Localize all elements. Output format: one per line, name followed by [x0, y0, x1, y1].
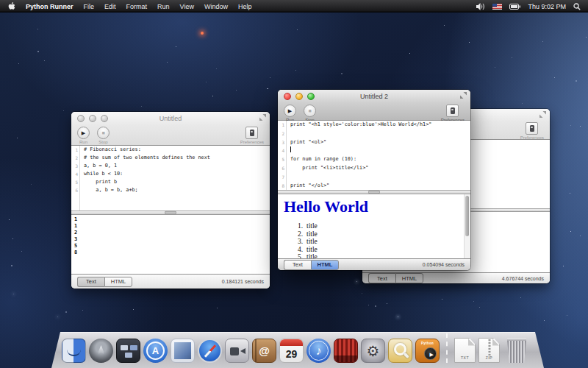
menu-item[interactable]: Run — [157, 3, 170, 10]
window2-titlebar[interactable]: Untitled 2 — [278, 90, 470, 103]
fullscreen-icon[interactable] — [539, 111, 546, 118]
line-number: 8 — [278, 182, 287, 190]
battery-icon[interactable] — [509, 4, 520, 10]
safari-icon[interactable] — [198, 339, 222, 363]
system-preferences-icon[interactable]: ⚙ — [361, 339, 385, 363]
window2-view-toggle: Text HTML — [284, 260, 339, 270]
line-number: 6 — [278, 164, 287, 173]
list-item: 5.title — [284, 253, 465, 258]
mail-icon[interactable] — [171, 339, 195, 363]
list-item-number: 2. — [284, 230, 303, 238]
code-line: 6 a, b = b, a+b; — [71, 186, 270, 194]
preferences-button[interactable] — [526, 122, 538, 135]
app-store-icon[interactable]: A — [143, 339, 168, 363]
window2-output[interactable]: Hello World 1.title 2.title 3.title — [278, 194, 470, 258]
list-item-text: title — [306, 230, 318, 238]
list-item-text: title — [306, 238, 318, 246]
scrollbar-thumb[interactable] — [465, 196, 469, 236]
window-title: Untitled 2 — [360, 93, 388, 100]
photo-booth-icon[interactable] — [334, 339, 358, 363]
menu-item[interactable]: Format — [126, 3, 148, 10]
execution-time: 4.676744 seconds — [502, 276, 544, 281]
window1-output[interactable]: 112358 — [71, 215, 270, 274]
launchpad-icon[interactable] — [89, 339, 113, 363]
spotlight-icon[interactable] — [573, 3, 581, 10]
menu-item[interactable]: Help — [238, 3, 252, 10]
output-line: 3 — [74, 236, 270, 243]
minimize-button[interactable] — [295, 93, 303, 100]
html-segment-button[interactable]: HTML — [311, 260, 339, 270]
output-line: 8 — [74, 250, 270, 256]
menu-clock[interactable]: Thu 9:02 PM — [528, 3, 566, 10]
code-line: 2# the sum of two elements defines the n… — [71, 154, 270, 162]
input-language-flag-icon[interactable] — [492, 4, 502, 10]
text-segment-button[interactable]: Text — [77, 277, 104, 287]
line-number: 1 — [71, 146, 80, 154]
preview-icon[interactable] — [388, 339, 412, 363]
play-icon: ▶ — [288, 108, 292, 113]
trash-icon[interactable] — [506, 338, 528, 363]
preferences-button[interactable] — [446, 105, 459, 117]
list-item-number: 5. — [284, 253, 303, 258]
code-line: 1# Fibonacci series: — [71, 146, 270, 154]
window3-view-toggle: Text HTML — [368, 273, 423, 283]
preferences-icon — [530, 125, 534, 132]
facetime-icon[interactable] — [225, 339, 249, 363]
stop-button[interactable]: ■ — [97, 127, 110, 139]
menu-app-name[interactable]: Python Runner — [26, 3, 74, 10]
volume-icon[interactable] — [476, 3, 485, 10]
window1-view-toggle: Text HTML — [77, 277, 132, 287]
contacts-icon[interactable]: @ — [252, 339, 276, 363]
code-line: 6 print "<li>title</li>" — [278, 164, 470, 173]
code-text: a, b = b, a+b; — [80, 186, 138, 194]
code-line: 8print "</ol>" — [278, 182, 470, 190]
list-item: 3.title — [284, 238, 465, 246]
html-segment-button[interactable]: HTML — [104, 277, 132, 287]
window1-code-editor[interactable]: 1# Fibonacci series: 2# the sum of two e… — [71, 146, 270, 210]
zoom-button[interactable] — [307, 93, 315, 100]
ical-icon[interactable]: 29 — [279, 339, 304, 363]
window1-statusbar: Text HTML 0.184121 seconds — [71, 274, 270, 289]
itunes-icon[interactable]: ♪ — [306, 339, 331, 363]
code-line: 3print "<ol>" — [278, 138, 470, 147]
window-untitled-2: Untitled 2 ▶ Run ■ Stop Preferences 1pri… — [278, 90, 470, 270]
code-text: print "</ol>" — [287, 182, 329, 190]
finder-icon[interactable] — [62, 339, 86, 363]
dock: A @ — [0, 330, 588, 368]
window1-titlebar[interactable]: Untitled — [71, 112, 270, 125]
line-number: 3 — [278, 138, 287, 147]
apple-menu-icon[interactable] — [7, 2, 15, 11]
html-segment-button[interactable]: HTML — [395, 273, 423, 283]
stop-button[interactable]: ■ — [304, 105, 316, 117]
zip-doc-icon[interactable]: ZIP — [478, 338, 500, 363]
execution-time: 0.054094 seconds — [423, 262, 465, 267]
code-text: # Fibonacci series: — [80, 146, 141, 154]
python-runner-icon[interactable]: ▶ Python — [415, 339, 440, 363]
output-scrollbar[interactable] — [464, 194, 470, 258]
menu-item[interactable]: File — [84, 3, 95, 10]
minimize-button[interactable] — [89, 115, 96, 122]
close-button[interactable] — [77, 115, 85, 122]
mission-control-icon[interactable] — [116, 339, 140, 363]
code-line: 5for num in range (10): — [278, 155, 470, 164]
run-button[interactable]: ▶ — [284, 105, 296, 117]
text-segment-button[interactable]: Text — [368, 273, 395, 283]
preferences-icon — [250, 130, 254, 136]
code-text: for num in range (10): — [287, 155, 356, 164]
run-button[interactable]: ▶ — [77, 127, 90, 139]
stop-icon: ■ — [101, 130, 104, 135]
list-item: 4.title — [284, 246, 465, 254]
close-button[interactable] — [284, 93, 291, 100]
menu-item[interactable]: View — [180, 3, 194, 10]
fullscreen-icon[interactable] — [460, 92, 467, 99]
menu-item[interactable]: Edit — [104, 3, 116, 10]
window2-code-editor[interactable]: 1print "<h1 style='color:blue'>Hello Wor… — [278, 121, 470, 190]
menu-item[interactable]: Window — [204, 3, 228, 10]
fullscreen-icon[interactable] — [259, 114, 266, 121]
text-segment-button[interactable]: Text — [284, 260, 311, 270]
txt-doc-icon[interactable]: TXT — [454, 338, 476, 363]
preferences-button[interactable] — [245, 127, 258, 139]
code-text: print b — [80, 178, 117, 186]
zoom-button[interactable] — [101, 115, 108, 122]
code-text — [287, 130, 290, 138]
